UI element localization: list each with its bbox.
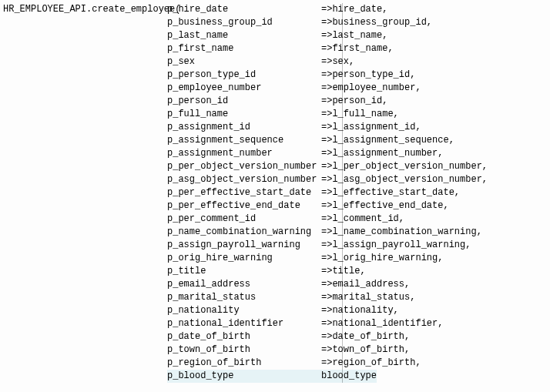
param-name: p_national_identifier xyxy=(167,317,321,330)
code-line[interactable]: p_first_name=> first_name, xyxy=(3,42,547,55)
code-line[interactable]: p_nationality=> nationality, xyxy=(3,304,547,317)
param-value: region_of_birth, xyxy=(332,357,421,368)
code-line[interactable]: p_marital_status=> marital_status, xyxy=(3,291,547,304)
param-name: p_per_comment_id xyxy=(167,213,321,226)
param-name: p_person_id xyxy=(167,95,321,108)
param-name: p_per_effective_start_date xyxy=(167,186,321,199)
param-value: town_of_birth, xyxy=(332,344,410,355)
arrow: => xyxy=(321,199,332,213)
arrow: => xyxy=(321,16,332,29)
arrow: => xyxy=(321,343,332,357)
param-value: employee_number, xyxy=(332,82,421,93)
arrow: => xyxy=(321,3,332,16)
arrow: => xyxy=(321,147,332,160)
code-line[interactable]: p_employee_number=> employee_number, xyxy=(3,82,547,95)
param-name: p_per_effective_end_date xyxy=(167,199,321,213)
code-line[interactable]: p_asg_object_version_number=> l_asg_obje… xyxy=(3,173,547,186)
param-value: person_type_id, xyxy=(332,69,415,80)
code-line[interactable]: p_email_address=> email_address, xyxy=(3,278,547,291)
arrow: => xyxy=(321,186,332,199)
arrow: => xyxy=(321,304,332,317)
arrow: => xyxy=(321,160,332,173)
param-value: sex, xyxy=(332,56,354,67)
arrow: => xyxy=(321,278,332,291)
arrow: => xyxy=(321,239,332,252)
code-line[interactable]: p_sex=> sex, xyxy=(3,55,547,69)
param-value: email_address, xyxy=(332,279,410,290)
param-name: p_employee_number xyxy=(167,82,321,95)
param-value: l_effective_start_date, xyxy=(332,187,460,198)
param-value: l_effective_end_date, xyxy=(332,200,448,211)
cursor-indicator xyxy=(342,3,343,383)
code-line[interactable]: p_business_group_id=> business_group_id, xyxy=(3,16,547,29)
arrow: => xyxy=(321,121,332,134)
code-line[interactable]: p_town_of_birth=> town_of_birth, xyxy=(3,343,547,357)
code-line[interactable]: p_per_comment_id=> l_comment_id, xyxy=(3,213,547,226)
param-name: p_sex xyxy=(167,55,321,69)
code-line[interactable]: p_per_object_version_number=> l_per_obje… xyxy=(3,160,547,173)
code-line[interactable]: p_blood_type blood_type xyxy=(3,370,547,383)
param-name: p_assign_payroll_warning xyxy=(167,239,321,252)
param-value: l_per_object_version_number, xyxy=(332,161,488,172)
arrow: => xyxy=(321,108,332,121)
param-name: p_full_name xyxy=(167,108,321,121)
param-name: p_blood_type xyxy=(167,370,321,383)
param-name: p_email_address xyxy=(167,278,321,291)
code-line[interactable]: p_person_id=> person_id, xyxy=(3,95,547,108)
param-name: p_marital_status xyxy=(167,291,321,304)
arrow: => xyxy=(321,317,332,330)
code-line[interactable]: p_title=> title, xyxy=(3,265,547,278)
arrow: => xyxy=(321,29,332,42)
code-line[interactable]: p_last_name=> last_name, xyxy=(3,29,547,42)
code-line[interactable]: p_assignment_sequence=> l_assignment_seq… xyxy=(3,134,547,147)
code-line[interactable]: p_name_combination_warning=> l_name_comb… xyxy=(3,226,547,239)
code-line[interactable]: p_national_identifier=> national_identif… xyxy=(3,317,547,330)
param-name: p_business_group_id xyxy=(167,16,321,29)
param-value: l_asg_object_version_number, xyxy=(332,174,488,185)
param-value: business_group_id, xyxy=(332,17,432,28)
param-value: l_assignment_id, xyxy=(332,122,421,132)
param-name: p_asg_object_version_number xyxy=(167,173,321,186)
code-line[interactable]: p_date_of_birth=> date_of_birth, xyxy=(3,330,547,343)
param-name: p_first_name xyxy=(167,42,321,55)
code-line[interactable]: p_per_effective_start_date=> l_effective… xyxy=(3,186,547,199)
param-name: p_last_name xyxy=(167,29,321,42)
param-value: l_assignment_number, xyxy=(332,148,443,159)
code-line[interactable]: p_person_type_id=> person_type_id, xyxy=(3,69,547,82)
arrow: => xyxy=(321,265,332,278)
param-value: l_comment_id, xyxy=(332,213,404,224)
code-line[interactable]: p_full_name=> l_full_name, xyxy=(3,108,547,121)
param-name: p_town_of_birth xyxy=(167,343,321,357)
code-line[interactable]: p_assign_payroll_warning=> l_assign_payr… xyxy=(3,239,547,252)
arrow: => xyxy=(321,330,332,343)
arrow: => xyxy=(321,252,332,265)
param-value: last_name, xyxy=(332,30,387,41)
arrow: => xyxy=(321,55,332,69)
param-value: marital_status, xyxy=(332,292,415,303)
code-line[interactable]: p_assignment_number=> l_assignment_numbe… xyxy=(3,147,547,160)
param-name: p_assignment_id xyxy=(167,121,321,134)
arrow: => xyxy=(321,226,332,239)
code-line[interactable]: p_assignment_id=> l_assignment_id, xyxy=(3,121,547,134)
param-name: p_title xyxy=(167,265,321,278)
code-editor[interactable]: HR_EMPLOYEE_API.create_employee(p_hire_d… xyxy=(3,3,547,383)
arrow: => xyxy=(321,213,332,226)
param-value: l_name_combination_warning, xyxy=(332,226,481,237)
code-line[interactable]: HR_EMPLOYEE_API.create_employee(p_hire_d… xyxy=(3,3,547,16)
param-name: p_hire_date xyxy=(167,3,321,16)
param-value: l_assign_payroll_warning, xyxy=(332,240,471,250)
code-line[interactable]: p_per_effective_end_date=> l_effective_e… xyxy=(3,199,547,213)
code-line[interactable]: p_region_of_birth=> region_of_birth, xyxy=(3,357,547,370)
param-value: hire_date, xyxy=(332,4,387,15)
arrow: => xyxy=(321,134,332,147)
param-value: date_of_birth, xyxy=(332,331,410,342)
arrow: => xyxy=(321,173,332,186)
param-name: p_name_combination_warning xyxy=(167,226,321,239)
param-value: l_orig_hire_warning, xyxy=(332,253,443,263)
param-value: title, xyxy=(332,266,365,276)
param-value: person_id, xyxy=(332,95,387,106)
arrow: => xyxy=(321,42,332,55)
code-line[interactable]: p_orig_hire_warning=> l_orig_hire_warnin… xyxy=(3,252,547,265)
param-name: p_assignment_number xyxy=(167,147,321,160)
arrow: => xyxy=(321,291,332,304)
